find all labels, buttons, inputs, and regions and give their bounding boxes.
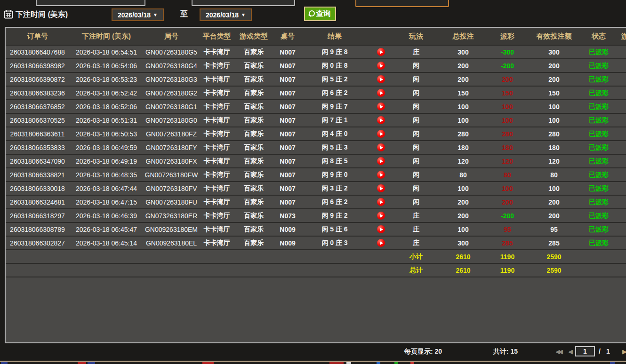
replay-play-icon[interactable] xyxy=(377,198,385,206)
column-header-2: 局号 xyxy=(144,28,199,45)
bet-record-row[interactable]: 2603180663300182026-03-18 06:47:44GN0072… xyxy=(6,182,626,195)
per-page-label: 每页显示: 20 xyxy=(404,348,442,356)
query-button[interactable]: 查询 xyxy=(304,7,336,21)
payout: 280 xyxy=(489,127,526,141)
grand-total-payout: 1190 xyxy=(489,263,526,277)
column-header-8: 玩法 xyxy=(394,28,438,45)
bet-record-row[interactable]: 2603180663087892026-03-18 06:45:47GN0092… xyxy=(6,222,626,236)
next-page-button[interactable]: ▶ xyxy=(622,348,626,355)
total-bet: 280 xyxy=(438,127,489,141)
replay-play-icon[interactable] xyxy=(377,48,385,56)
bet-record-row[interactable]: 2603180663388212026-03-18 06:48:35GN0072… xyxy=(6,168,626,182)
bet-record-row[interactable]: 2603180663028272026-03-18 06:45:14GN0092… xyxy=(6,236,626,250)
order-number: 260318066324681 xyxy=(6,195,69,209)
payout: 80 xyxy=(489,168,526,182)
replay-play-icon[interactable] xyxy=(377,184,385,192)
bet-record-row[interactable]: 2603180663538332026-03-18 06:49:59GN0072… xyxy=(6,141,626,154)
order-number: 260318066318297 xyxy=(6,209,69,222)
page-number-input[interactable] xyxy=(575,346,595,356)
table-number: N007 xyxy=(273,182,302,195)
valid-bet: 150 xyxy=(526,86,582,100)
status-badge: 已派彩 xyxy=(582,236,616,250)
replay-play-icon[interactable] xyxy=(377,171,385,179)
replay-cell xyxy=(367,209,394,222)
result: 闲 4 庄 0 xyxy=(302,127,367,141)
platform-type: 卡卡湾厅 xyxy=(199,168,234,182)
bet-record-row[interactable]: 2603180663182972026-03-18 06:46:39GN0732… xyxy=(6,209,626,222)
bet-records-table: 订单号下注时间 (美东)局号平台类型游戏类型桌号结果玩法总投注派彩有效投注额状态… xyxy=(5,27,626,343)
empty-cell xyxy=(199,250,234,263)
bet-record-row[interactable]: 2603180663246812026-03-18 06:47:15GN0072… xyxy=(6,195,626,209)
valid-bet: 280 xyxy=(526,127,582,141)
caret-down-icon: ▼ xyxy=(241,12,246,17)
empty-cell xyxy=(616,250,626,263)
result: 闲 5 庄 6 xyxy=(302,222,367,236)
bet-record-row[interactable]: 2603180663705252026-03-18 06:51:31GN0072… xyxy=(6,113,626,127)
valid-bet: 200 xyxy=(526,195,582,209)
replay-play-icon[interactable] xyxy=(377,239,385,247)
round-number: GN007263180G5 xyxy=(144,45,199,59)
bet-record-row[interactable]: 2603180663470902026-03-18 06:49:19GN0072… xyxy=(6,154,626,168)
replay-play-icon[interactable] xyxy=(377,75,385,83)
bet-record-row[interactable]: 2603180664076882026-03-18 06:54:51GN0072… xyxy=(6,45,626,59)
payout: 285 xyxy=(489,236,526,250)
column-header-12: 状态 xyxy=(582,28,616,45)
bet-time: 2026-03-18 06:54:51 xyxy=(69,45,144,59)
empty-cell xyxy=(234,250,273,263)
replay-play-icon[interactable] xyxy=(377,89,385,97)
bet-record-row[interactable]: 2603180663908722026-03-18 06:53:23GN0072… xyxy=(6,72,626,86)
valid-bet: 285 xyxy=(526,236,582,250)
game-type: 百家乐 xyxy=(234,209,273,222)
round-number: GN007263180FY xyxy=(144,141,199,154)
bet-record-row[interactable]: 2603180663636112026-03-18 06:50:53GN0072… xyxy=(6,127,626,141)
date-from-value: 2026/03/18 xyxy=(118,11,151,19)
payout: -200 xyxy=(489,59,526,72)
first-page-button[interactable]: ◀◀ xyxy=(555,348,561,355)
game-extra: - xyxy=(616,236,626,250)
game-extra: - xyxy=(616,100,626,113)
prev-page-button[interactable]: ◀ xyxy=(568,348,573,355)
replay-play-icon[interactable] xyxy=(377,212,385,220)
status-badge: 已派彩 xyxy=(582,141,616,154)
replay-play-icon[interactable] xyxy=(377,143,385,151)
order-number: 260318066347090 xyxy=(6,154,69,168)
replay-play-icon[interactable] xyxy=(377,225,385,233)
empty-cell xyxy=(144,250,199,263)
platform-type: 卡卡湾厅 xyxy=(199,195,234,209)
valid-bet: 180 xyxy=(526,141,582,154)
column-header-11: 有效投注额 xyxy=(526,28,582,45)
result: 闲 3 庄 2 xyxy=(302,182,367,195)
game-type: 百家乐 xyxy=(234,45,273,59)
subtotal-valid-bet: 2590 xyxy=(526,250,582,263)
empty-cell xyxy=(6,263,69,277)
game-extra: - xyxy=(616,154,626,168)
replay-play-icon[interactable] xyxy=(377,130,385,138)
replay-play-icon[interactable] xyxy=(377,116,385,124)
bet-record-row[interactable]: 2603180663768522026-03-18 06:52:06GN0072… xyxy=(6,100,626,113)
status-badge: 已派彩 xyxy=(582,195,616,209)
platform-type: 卡卡湾厅 xyxy=(199,100,234,113)
round-number: GN007263180G3 xyxy=(144,72,199,86)
replay-play-icon[interactable] xyxy=(377,157,385,165)
bet-record-row[interactable]: 2603180663832362026-03-18 06:52:42GN0072… xyxy=(6,86,626,100)
column-header-1: 下注时间 (美东) xyxy=(69,28,144,45)
payout: 100 xyxy=(489,100,526,113)
payout: -300 xyxy=(489,45,526,59)
bet-record-row[interactable]: 2603180663989822026-03-18 06:54:06GN0072… xyxy=(6,59,626,72)
replay-cell xyxy=(367,195,394,209)
valid-bet: 120 xyxy=(526,154,582,168)
date-from-dropdown[interactable]: 2026/03/18▼ xyxy=(112,8,164,21)
replay-play-icon[interactable] xyxy=(377,62,385,70)
platform-type: 卡卡湾厅 xyxy=(199,127,234,141)
status-badge: 已派彩 xyxy=(582,154,616,168)
empty-cell xyxy=(273,250,302,263)
order-number: 260318066308789 xyxy=(6,222,69,236)
bet-time: 2026-03-18 06:46:39 xyxy=(69,209,144,222)
round-number: GN009263180EL xyxy=(144,236,199,250)
date-to-dropdown[interactable]: 2026/03/18▼ xyxy=(200,8,252,21)
payout: 180 xyxy=(489,141,526,154)
game-type: 百家乐 xyxy=(234,59,273,72)
replay-cell xyxy=(367,86,394,100)
background-artifact xyxy=(202,362,214,364)
replay-play-icon[interactable] xyxy=(377,103,385,111)
